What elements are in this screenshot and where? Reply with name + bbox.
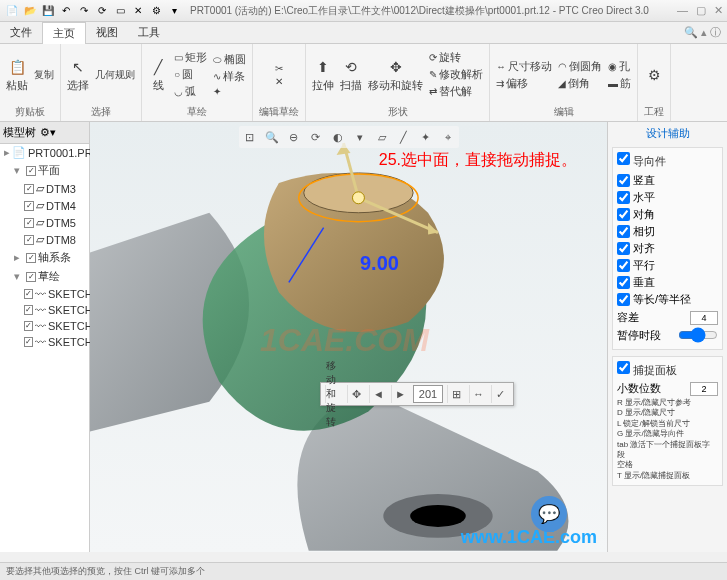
views-icon[interactable]: ▾: [351, 128, 369, 146]
tree-dtm4[interactable]: ✓▱ DTM4: [0, 197, 89, 214]
opt-diagonal[interactable]: 对角: [617, 206, 718, 223]
save-icon[interactable]: 💾: [40, 3, 56, 19]
undo-icon[interactable]: ↶: [58, 3, 74, 19]
snap-icon[interactable]: ⊞: [447, 385, 465, 403]
open-icon[interactable]: 📂: [22, 3, 38, 19]
extrude-button[interactable]: ⬆拉伸: [312, 57, 334, 93]
line-button[interactable]: ╱线: [148, 57, 168, 93]
keyboard-hints: R 显示/隐藏尺寸参考 D 显示/隐藏尺寸 L 锁定/解锁当前尺寸 G 显示/隐…: [617, 398, 718, 481]
copy-button[interactable]: 复制: [34, 68, 54, 82]
ellipse-button[interactable]: ⬭ 椭圆: [213, 52, 246, 67]
zoom-out-icon[interactable]: ⊖: [285, 128, 303, 146]
model-tree: 模型树⚙▾ ▸📄PRT0001.PRT ▾✓平面 ✓▱ DTM3 ✓▱ DTM4…: [0, 122, 90, 552]
edit-sketch-label: 编辑草绘: [259, 103, 299, 119]
tab-home[interactable]: 主页: [42, 22, 86, 44]
zoom-in-icon[interactable]: 🔍: [263, 128, 281, 146]
settings-icon[interactable]: ⚙: [148, 3, 164, 19]
opt-align[interactable]: 对齐: [617, 240, 718, 257]
repaint-icon[interactable]: ⟳: [307, 128, 325, 146]
dimension-value[interactable]: 9.00: [360, 252, 399, 275]
tree-tools-icon[interactable]: ⚙▾: [40, 126, 56, 139]
csys-icon[interactable]: ⌖: [439, 128, 457, 146]
move-rotate-button[interactable]: ✥移动和旋转: [368, 57, 423, 93]
tab-tools[interactable]: 工具: [128, 22, 170, 43]
offset-button[interactable]: ⇉ 偏移: [496, 76, 552, 91]
chat-icon[interactable]: 💬: [531, 496, 567, 532]
title-bar: 📄 📂 💾 ↶ ↷ ⟳ ▭ ✕ ⚙ ▾ PRT0001 (活动的) E:\Cre…: [0, 0, 727, 22]
opt-vertical[interactable]: 竖直: [617, 172, 718, 189]
tree-root[interactable]: ▸📄PRT0001.PRT: [0, 144, 89, 161]
close-button[interactable]: ✕: [714, 4, 723, 17]
ok-icon[interactable]: ✓: [491, 385, 509, 403]
minimize-button[interactable]: —: [677, 4, 688, 17]
circle-button[interactable]: ○ 圆: [174, 67, 207, 82]
select-button[interactable]: ↖选择: [67, 57, 89, 93]
prev-icon[interactable]: ◄: [369, 385, 387, 403]
opt-perp[interactable]: 垂直: [617, 274, 718, 291]
handle-icon[interactable]: ✥: [347, 385, 365, 403]
tree-sketch1[interactable]: ✓〰 SKETCH1: [0, 286, 89, 302]
tree-sketch3[interactable]: ✓〰 SKETCH3: [0, 318, 89, 334]
new-icon[interactable]: 📄: [4, 3, 20, 19]
paste-button[interactable]: 📋粘贴: [6, 57, 28, 93]
more-button[interactable]: ✦: [213, 86, 246, 97]
hole-button[interactable]: ◉ 孔: [608, 59, 631, 74]
replace-button[interactable]: ⇄ 替代解: [429, 84, 483, 99]
decimals-input[interactable]: [690, 382, 718, 396]
axis-icon[interactable]: ╱: [395, 128, 413, 146]
dropdown-icon[interactable]: ▾: [166, 3, 182, 19]
tab-view[interactable]: 视图: [86, 22, 128, 43]
tree-sketch4[interactable]: ✓〰 SKETCH4: [0, 334, 89, 350]
point-icon[interactable]: ✦: [417, 128, 435, 146]
rect-button[interactable]: ▭ 矩形: [174, 50, 207, 65]
regen-icon[interactable]: ⟳: [94, 3, 110, 19]
search-icon[interactable]: 🔍 ▴ ⓘ: [684, 25, 727, 40]
tree-ref-group[interactable]: ▸✓轴系条: [0, 248, 89, 267]
tree-datum-group[interactable]: ▾✓平面: [0, 161, 89, 180]
rotate-button[interactable]: ⟳ 旋转: [429, 50, 483, 65]
chamfer-button[interactable]: ◢ 倒角: [558, 76, 602, 91]
ref-icon[interactable]: ↔: [469, 385, 487, 403]
next-icon[interactable]: ►: [391, 385, 409, 403]
tab-file[interactable]: 文件: [0, 22, 42, 43]
step-value[interactable]: 201: [413, 385, 443, 403]
maximize-button[interactable]: ▢: [696, 4, 706, 17]
opt-equal[interactable]: 等长/等半径: [617, 291, 718, 308]
floating-toolbar[interactable]: 移动和旋转 ✥ ◄ ► 201 ⊞ ↔ ✓: [320, 382, 514, 406]
arc-button[interactable]: ◡ 弧: [174, 84, 207, 99]
pause-slider[interactable]: [678, 327, 718, 343]
sweep-button[interactable]: ⟲扫描: [340, 57, 362, 93]
side-panel: 设计辅助 导向件 竖直 水平 对角 相切 对齐 平行 垂直 等长/等半径 容差 …: [607, 122, 727, 552]
tree-dtm5[interactable]: ✓▱ DTM5: [0, 214, 89, 231]
eng-button[interactable]: ⚙: [644, 65, 664, 85]
opt-tangent[interactable]: 相切: [617, 223, 718, 240]
view-toolbar: ⊡ 🔍 ⊖ ⟳ ◐ ▾ ▱ ╱ ✦ ⌖: [239, 126, 459, 148]
redo-icon[interactable]: ↷: [76, 3, 92, 19]
window-icon[interactable]: ▭: [112, 3, 128, 19]
geom-rules[interactable]: 几何规则: [95, 68, 135, 82]
tree-dtm3[interactable]: ✓▱ DTM3: [0, 180, 89, 197]
style-icon[interactable]: ◐: [329, 128, 347, 146]
refit-icon[interactable]: ⊡: [241, 128, 259, 146]
move-dim-button[interactable]: ↔ 尺寸移动: [496, 59, 552, 74]
trim-icon[interactable]: ✂: [275, 63, 283, 74]
delete-icon[interactable]: ✕: [275, 76, 283, 87]
viewport[interactable]: ⊡ 🔍 ⊖ ⟳ ◐ ▾ ▱ ╱ ✦ ⌖ 25.选中面，直接拖动捕捉。 9.00 …: [90, 122, 607, 552]
ribbon-sketch: ╱线 ▭ 矩形 ○ 圆 ◡ 弧 ⬭ 椭圆 ∿ 样条 ✦ 草绘: [142, 44, 253, 121]
snap-toggle[interactable]: [617, 361, 630, 374]
spline-button[interactable]: ∿ 样条: [213, 69, 246, 84]
tree-dtm8[interactable]: ✓▱ DTM8: [0, 231, 89, 248]
tree-sketch2[interactable]: ✓〰 SKETCH2: [0, 302, 89, 318]
datum-icon[interactable]: ▱: [373, 128, 391, 146]
close-icon[interactable]: ✕: [130, 3, 146, 19]
tree-sketch-group[interactable]: ▾✓草绘: [0, 267, 89, 286]
rib-button[interactable]: ▬ 筋: [608, 76, 631, 91]
main-area: 模型树⚙▾ ▸📄PRT0001.PRT ▾✓平面 ✓▱ DTM3 ✓▱ DTM4…: [0, 122, 727, 552]
modify-button[interactable]: ✎ 修改解析: [429, 67, 483, 82]
opt-horizontal[interactable]: 水平: [617, 189, 718, 206]
guide-toggle[interactable]: [617, 152, 630, 165]
snap-section: 捕捉面板 小数位数 R 显示/隐藏尺寸参考 D 显示/隐藏尺寸 L 锁定/解锁当…: [612, 356, 723, 486]
tolerance-input[interactable]: [690, 311, 718, 325]
opt-parallel[interactable]: 平行: [617, 257, 718, 274]
round-button[interactable]: ◠ 倒圆角: [558, 59, 602, 74]
